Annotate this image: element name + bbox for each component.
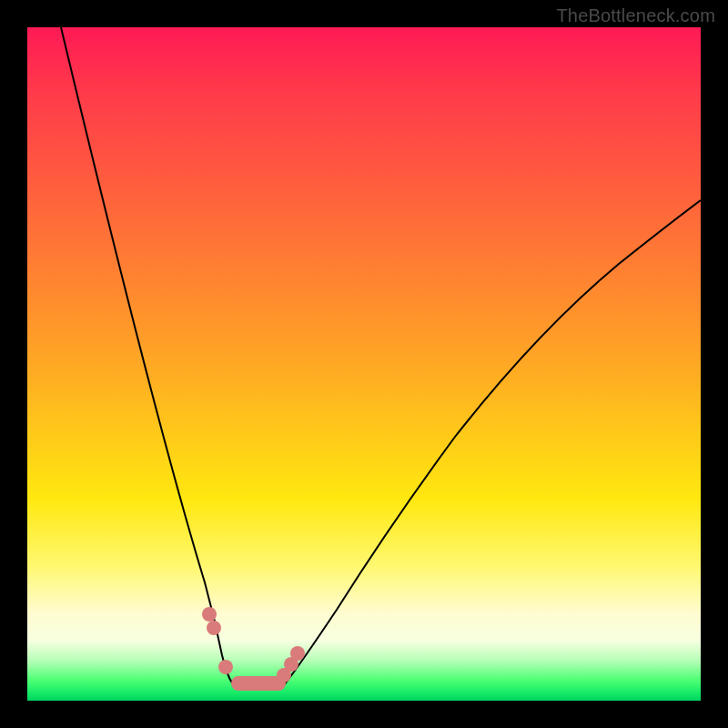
- plot-area: [27, 27, 701, 701]
- curve-left-branch: [61, 27, 234, 685]
- bottleneck-curve: [27, 27, 701, 701]
- valley-marker: [207, 621, 221, 635]
- curve-right-branch: [284, 200, 701, 685]
- valley-marker: [202, 607, 217, 622]
- watermark-text: TheBottleneck.com: [556, 5, 715, 26]
- chart-frame: TheBottleneck.com: [0, 0, 728, 728]
- valley-marker: [218, 660, 233, 674]
- valley-marker: [290, 646, 305, 661]
